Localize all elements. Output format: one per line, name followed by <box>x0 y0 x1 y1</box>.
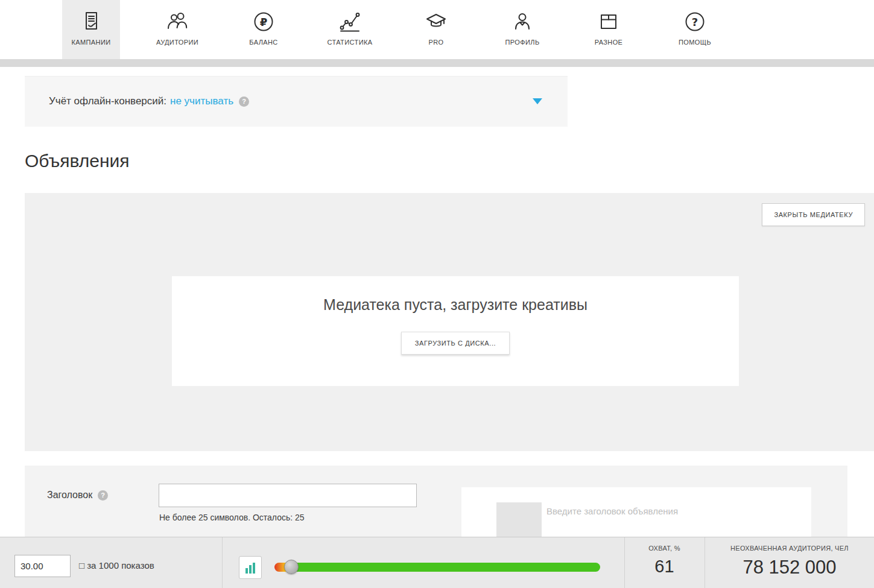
nav-item-misc[interactable]: РАЗНОЕ <box>580 0 638 59</box>
chart-bar <box>249 565 252 574</box>
unreached-audience-label: НЕОХВАЧЕННАЯ АУДИТОРИЯ, ЧЕЛ <box>705 545 874 552</box>
divider <box>222 537 223 588</box>
chart-bar <box>253 563 255 574</box>
question-icon[interactable]: ? <box>98 490 108 501</box>
nav-item-statistics[interactable]: СТАТИСТИКА <box>321 0 379 59</box>
misc-icon <box>596 8 621 35</box>
profile-icon <box>510 8 535 35</box>
svg-text:?: ? <box>692 16 698 28</box>
pro-icon <box>423 8 449 35</box>
media-library-panel: ЗАКРЫТЬ МЕДИАТЕКУ Медиатека пуста, загру… <box>25 193 874 451</box>
preview-title-placeholder: Введите заголовок объявления <box>546 506 678 516</box>
top-navigation: КАМПАНИИ АУДИТОРИИ ₽ БАЛАНС <box>0 0 874 59</box>
nav-label: PRO <box>428 39 443 46</box>
price-slider[interactable] <box>274 563 600 572</box>
media-library-empty-text: Медиатека пуста, загрузите креативы <box>323 296 587 314</box>
title-label-row: Заголовок ? <box>47 490 108 501</box>
nav-label: КАМПАНИИ <box>71 39 110 46</box>
nav-item-balance[interactable]: ₽ БАЛАНС <box>235 0 293 59</box>
nav-label: БАЛАНС <box>249 39 277 46</box>
char-limit-hint: Не более 25 символов. Осталось: 25 <box>159 513 305 522</box>
slider-handle[interactable] <box>284 560 299 574</box>
title-label: Заголовок <box>47 490 92 501</box>
nav-shadow-band <box>0 59 874 67</box>
ad-title-input[interactable] <box>159 484 417 507</box>
nav-item-profile[interactable]: ПРОФИЛЬ <box>493 0 551 59</box>
offline-conversions-row: Учёт офлайн-конверсий: не учитывать ? <box>25 77 568 126</box>
panel-top-strip <box>25 67 568 77</box>
nav-label: АУДИТОРИИ <box>156 39 198 46</box>
statistics-icon <box>337 8 363 35</box>
unreached-audience-stat-block: НЕОХВАЧЕННАЯ АУДИТОРИЯ, ЧЕЛ 78 152 000 <box>705 537 874 588</box>
campaigns-icon <box>78 8 104 35</box>
nav-label: ПОМОЩЬ <box>679 39 711 46</box>
bar-chart-icon[interactable] <box>239 556 262 579</box>
price-footer-bar: □ за 1000 показов ОХВАТ, % 61 НЕОХВАЧЕНН… <box>0 537 874 588</box>
offline-conversions-value-link[interactable]: не учитывать <box>170 95 233 107</box>
balance-icon: ₽ <box>251 8 276 35</box>
page-title: Объявления <box>25 151 130 171</box>
media-library-empty-box: Медиатека пуста, загрузите креативы ЗАГР… <box>172 276 739 386</box>
reach-value: 61 <box>625 557 704 577</box>
reach-label: ОХВАТ, % <box>625 545 704 552</box>
nav-item-audiences[interactable]: АУДИТОРИИ <box>148 0 206 59</box>
help-icon: ? <box>682 8 708 35</box>
audiences-icon <box>164 8 191 35</box>
unreached-audience-value: 78 152 000 <box>705 557 874 578</box>
price-input[interactable] <box>14 555 71 577</box>
offline-conversions-panel: Учёт офлайн-конверсий: не учитывать ? <box>25 67 568 127</box>
nav-label: РАЗНОЕ <box>595 39 623 46</box>
upload-from-disk-button[interactable]: ЗАГРУЗИТЬ С ДИСКА... <box>401 332 510 355</box>
close-media-library-button[interactable]: ЗАКРЫТЬ МЕДИАТЕКУ <box>762 203 865 226</box>
price-per-impressions-label: □ за 1000 показов <box>79 560 154 571</box>
nav-item-campaigns[interactable]: КАМПАНИИ <box>62 0 120 59</box>
chevron-down-icon[interactable] <box>533 98 542 104</box>
offline-conversions-label: Учёт офлайн-конверсий: <box>49 95 166 107</box>
svg-text:₽: ₽ <box>260 16 268 28</box>
chart-bar <box>245 568 248 574</box>
nav-item-pro[interactable]: PRO <box>407 0 465 59</box>
nav-label: СТАТИСТИКА <box>328 39 373 46</box>
nav-label: ПРОФИЛЬ <box>505 39 539 46</box>
nav-item-help[interactable]: ? ПОМОЩЬ <box>666 0 724 59</box>
question-icon[interactable]: ? <box>239 96 249 107</box>
reach-stat-block: ОХВАТ, % 61 <box>625 537 704 588</box>
